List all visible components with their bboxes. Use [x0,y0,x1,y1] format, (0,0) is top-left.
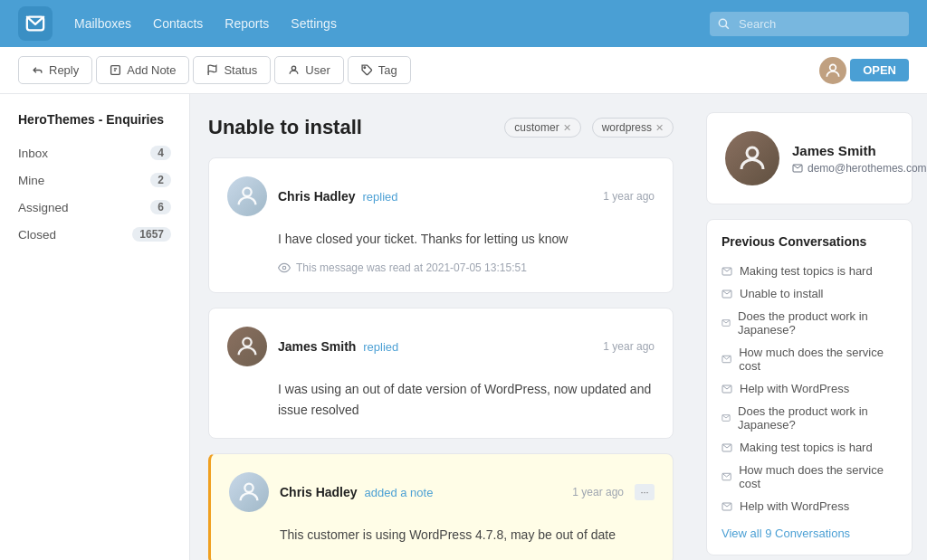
svg-point-10 [243,188,251,196]
view-all-conversations[interactable]: View all 9 Conversations [722,527,897,540]
nav-links: Mailboxes Contacts Reports Settings [74,16,710,31]
nav-mailboxes[interactable]: Mailboxes [74,16,131,31]
contact-person-icon [736,142,769,175]
svg-point-8 [364,67,366,69]
tag-button[interactable]: Tag [348,56,411,84]
svg-line-2 [726,26,729,29]
message-3-note: Chris Hadley added a note 1 year ago ···… [208,453,674,560]
person-icon [236,479,262,505]
note-icon [110,64,121,76]
mail-icon [722,354,731,365]
message-1-body: I have closed your ticket. Thanks for le… [278,229,655,249]
person-icon [234,184,260,209]
reply-icon [32,64,43,76]
mail-icon [722,442,732,453]
prev-conv-item-6[interactable]: Making test topics is hard [722,436,897,459]
contact-avatar [725,131,779,185]
previous-conversations-card: Previous Conversations Making test topic… [706,219,913,555]
email-icon [792,163,803,174]
status-icon [206,64,218,76]
svg-point-12 [243,338,251,346]
prev-conv-item-0[interactable]: Making test topics is hard [722,260,897,282]
prev-conv-item-2[interactable]: Does the product work in Japanese? [722,305,897,341]
mail-icon [722,318,731,328]
mine-count: 2 [150,173,171,187]
right-panel: James Smith demo@herothemes.com Previous… [692,94,927,560]
prev-conv-item-5[interactable]: Does the product work in Japanese? [722,400,897,436]
previous-conversations-title: Previous Conversations [722,234,897,249]
message-1: Chris Hadley replied 1 year ago I have c… [208,157,674,293]
person-icon [234,334,260,359]
svg-point-1 [719,19,726,26]
assigned-count: 6 [150,200,171,214]
contact-email: demo@herothemes.com [792,162,927,175]
user-avatar [819,57,846,84]
search-wrap [710,12,909,36]
main-layout: HeroThemes - Enquiries Inbox 4 Mine 2 As… [0,94,927,560]
sidebar: HeroThemes - Enquiries Inbox 4 Mine 2 As… [0,94,190,560]
contact-card: James Smith demo@herothemes.com [706,112,913,204]
avatar-icon [824,62,842,80]
conversation-header: Unable to install customer ✕ wordpress ✕ [208,116,674,139]
sidebar-item-inbox[interactable]: Inbox 4 [0,139,189,166]
app-logo [18,6,53,41]
search-icon [717,17,730,30]
contact-info: James Smith demo@herothemes.com [792,143,927,175]
sidebar-item-assigned[interactable]: Assigned 6 [0,194,189,221]
remove-wordpress-tag[interactable]: ✕ [655,122,664,134]
prev-conv-item-1[interactable]: Unable to install [722,282,897,305]
prev-conv-item-3[interactable]: How much does the service cost [722,341,897,377]
avatar-chris-3 [229,472,269,512]
sidebar-item-mine[interactable]: Mine 2 [0,166,189,194]
inbox-count: 4 [150,146,171,160]
avatar-chris-1 [227,176,267,216]
top-nav: Mailboxes Contacts Reports Settings [0,0,927,47]
nav-reports[interactable]: Reports [225,16,269,31]
mail-icon [722,501,732,512]
sidebar-item-closed[interactable]: Closed 1657 [0,221,189,248]
mail-icon [722,413,731,423]
mail-icon [722,266,732,277]
avatar-james-2 [227,327,267,366]
prev-conv-item-8[interactable]: Help with WordPress [722,495,897,517]
add-note-button[interactable]: Add Note [96,56,189,84]
status-button[interactable]: Status [193,56,271,84]
svg-point-14 [747,147,758,158]
message-2-body: I was using an out of date version of Wo… [278,379,655,420]
prev-conv-item-4[interactable]: Help with WordPress [722,377,897,400]
search-input[interactable] [710,12,909,36]
user-button[interactable]: User [274,56,343,84]
message-3-body: This customer is using WordPress 4.7.8, … [280,525,655,545]
message-2: James Smith replied 1 year ago I was usi… [208,308,674,439]
svg-point-11 [282,267,286,271]
prev-conv-item-7[interactable]: How much does the service cost [722,459,897,495]
remove-customer-tag[interactable]: ✕ [563,122,571,134]
mail-icon [722,471,731,482]
mail-icon [722,384,732,394]
user-icon [288,64,300,76]
nav-settings[interactable]: Settings [291,16,337,31]
open-badge: OPEN [850,59,909,81]
conversation-title: Unable to install [208,116,493,139]
nav-contacts[interactable]: Contacts [153,16,203,31]
reply-button[interactable]: Reply [18,56,92,84]
tag-wordpress: wordpress ✕ [592,118,674,138]
tag-customer: customer ✕ [504,118,580,138]
message-more-button[interactable]: ··· [635,484,655,500]
content-area: Unable to install customer ✕ wordpress ✕… [190,94,692,560]
toolbar: Reply Add Note Status User Tag OPEN [0,47,927,94]
eye-icon [278,261,291,274]
svg-point-7 [292,66,296,70]
closed-count: 1657 [132,227,171,242]
svg-point-13 [244,484,253,492]
message-1-read: This message was read at 2021-07-05 13:1… [278,261,655,274]
svg-point-9 [830,64,836,71]
contact-name: James Smith [792,143,927,158]
sidebar-title: HeroThemes - Enquiries [0,112,189,139]
mail-icon [722,289,732,299]
tag-icon [361,64,373,76]
